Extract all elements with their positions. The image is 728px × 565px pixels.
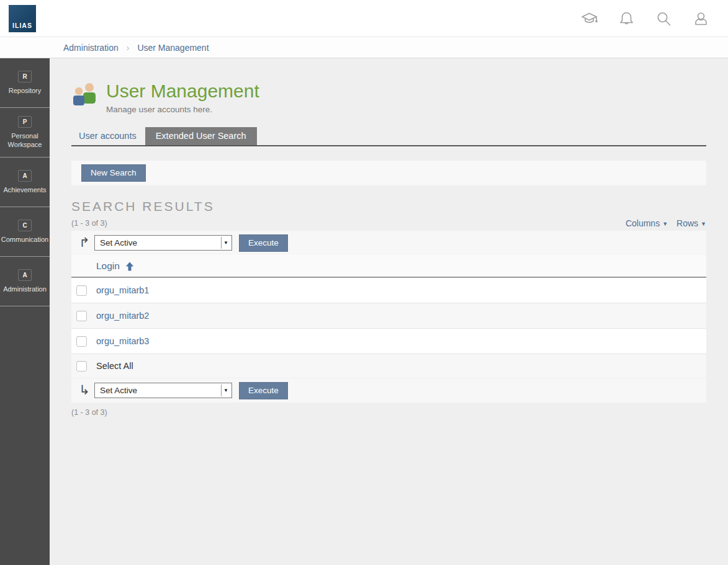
tab-user-accounts[interactable]: User accounts <box>71 127 145 145</box>
execute-button-bottom[interactable]: Execute <box>239 382 288 399</box>
results-count-top: (1 - 3 of 3) <box>71 219 107 228</box>
row-checkbox[interactable] <box>76 285 87 296</box>
select-all-checkbox[interactable] <box>76 361 87 371</box>
table-row: orgu_mitarb2 <box>71 303 706 329</box>
rows-dropdown[interactable]: Rows▼ <box>676 218 706 228</box>
columns-dropdown[interactable]: Columns▼ <box>626 218 668 228</box>
sort-ascending-icon[interactable] <box>125 262 134 271</box>
page-title: User Management <box>106 81 259 101</box>
sidebar-item-communication[interactable]: C Communication <box>0 207 50 257</box>
table-row: orgu_mitarb3 <box>71 329 706 354</box>
administration-icon: A <box>18 269 32 281</box>
bulk-action-select-bottom-wrap: Set Active <box>94 383 232 398</box>
caret-down-icon: ▼ <box>662 221 668 227</box>
new-search-button[interactable]: New Search <box>81 164 146 182</box>
execute-button-top[interactable]: Execute <box>239 234 288 252</box>
breadcrumb-user-management[interactable]: User Management <box>137 43 209 53</box>
communication-icon: C <box>18 220 32 231</box>
page-subtitle: Manage user accounts here. <box>106 105 259 114</box>
ilias-application-window: ILIAS <box>0 0 728 565</box>
rows-dropdown-label: Rows <box>676 218 698 228</box>
apply-to-selection-down-icon: ↳ <box>77 384 92 397</box>
breadcrumb-administration[interactable]: Administration <box>63 43 119 53</box>
main-content-area: User Management Manage user accounts her… <box>50 58 728 565</box>
sidebar-item-label: Administration <box>2 285 48 294</box>
bulk-action-toolbar-bottom: ↳ Set Active Execute <box>71 378 706 403</box>
notifications-icon[interactable] <box>617 9 636 29</box>
courses-icon[interactable] <box>580 9 599 29</box>
columns-dropdown-label: Columns <box>626 218 660 228</box>
select-all-label: Select All <box>96 361 133 371</box>
ilias-logo[interactable]: ILIAS <box>9 5 36 32</box>
search-results-heading: SEARCH RESULTS <box>71 199 706 214</box>
main-menu-sidebar: R Repository P Personal Workspace A Achi… <box>0 58 50 565</box>
sidebar-item-label: Communication <box>0 236 50 244</box>
sidebar-item-personal-workspace[interactable]: P Personal Workspace <box>0 108 50 158</box>
personal-workspace-icon: P <box>18 116 32 128</box>
achievements-icon: A <box>18 170 32 182</box>
results-count-bottom: (1 - 3 of 3) <box>71 408 706 417</box>
sidebar-item-label: Achievements <box>2 186 47 195</box>
repository-icon: R <box>18 71 32 82</box>
top-bar: ILIAS <box>0 0 728 37</box>
bulk-action-toolbar-top: ↱ Set Active Execute <box>71 231 706 255</box>
column-header-login[interactable]: Login <box>96 260 120 272</box>
breadcrumb: Administration › User Management <box>0 37 728 58</box>
table-row: orgu_mitarb1 <box>71 278 706 303</box>
bulk-action-select-top-wrap: Set Active <box>94 235 232 251</box>
user-login-link[interactable]: orgu_mitarb3 <box>96 336 149 346</box>
user-management-icon <box>71 82 100 108</box>
apply-to-selection-up-icon: ↱ <box>77 236 92 249</box>
sidebar-item-repository[interactable]: R Repository <box>0 58 50 108</box>
row-checkbox[interactable] <box>76 311 87 321</box>
bulk-action-select-bottom[interactable]: Set Active <box>95 383 231 398</box>
top-icon-group <box>580 0 711 37</box>
caret-down-icon: ▼ <box>701 221 706 227</box>
sidebar-item-label: Personal Workspace <box>0 132 50 149</box>
sidebar-item-achievements[interactable]: A Achievements <box>0 158 50 207</box>
tab-bar: User accounts Extended User Search <box>71 127 706 146</box>
sidebar-item-administration[interactable]: A Administration <box>0 257 50 306</box>
select-all-row: Select All <box>71 354 706 378</box>
tab-extended-user-search[interactable]: Extended User Search <box>145 127 257 145</box>
user-login-link[interactable]: orgu_mitarb1 <box>96 285 149 295</box>
page-header: User Management Manage user accounts her… <box>71 58 706 114</box>
search-toolbar: New Search <box>71 161 706 185</box>
sidebar-item-label: Repository <box>7 87 43 96</box>
ilias-logo-text: ILIAS <box>12 22 32 29</box>
user-menu-icon[interactable] <box>691 9 711 29</box>
bulk-action-select-top[interactable]: Set Active <box>95 236 231 250</box>
results-range-row: (1 - 3 of 3) Columns▼ Rows▼ <box>71 218 706 228</box>
user-login-link[interactable]: orgu_mitarb2 <box>96 311 149 321</box>
row-checkbox[interactable] <box>76 336 87 347</box>
search-results-table: ↱ Set Active Execute Login <box>71 231 706 403</box>
table-header-row: Login <box>71 255 706 278</box>
chevron-right-icon: › <box>127 43 130 53</box>
search-icon[interactable] <box>654 9 673 29</box>
